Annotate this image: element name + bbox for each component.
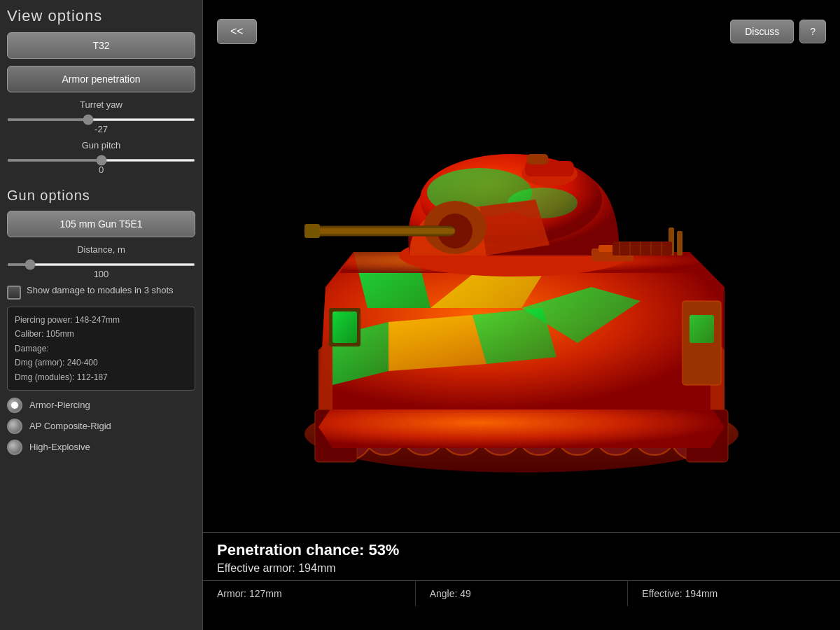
svg-rect-33 bbox=[612, 241, 672, 255]
tank-button[interactable]: T32 bbox=[7, 32, 195, 59]
distance-slider[interactable] bbox=[7, 263, 195, 266]
gun-select-button[interactable]: 105 mm Gun T5E1 bbox=[7, 211, 195, 237]
show-damage-checkbox-item[interactable]: Show damage to modules in 3 shots bbox=[7, 285, 195, 300]
ammo-type-group: Armor-Piercing AP Composite-Rigid High-E… bbox=[7, 398, 195, 455]
effective-stat: Effective: 194mm bbox=[628, 581, 840, 606]
top-right-buttons: Discuss ? bbox=[730, 20, 826, 43]
gun-options-heading: Gun options bbox=[7, 188, 195, 204]
svg-rect-20 bbox=[304, 228, 455, 234]
ammo-ap-label: Armor-Piercing bbox=[29, 400, 90, 410]
ammo-ap[interactable]: Armor-Piercing bbox=[7, 398, 195, 413]
distance-value: 100 bbox=[7, 269, 195, 279]
angle-stat: Angle: 49 bbox=[416, 581, 629, 606]
gun-pitch-slider[interactable] bbox=[7, 159, 195, 162]
ammo-apcr-radio[interactable] bbox=[7, 419, 22, 434]
help-button[interactable]: ? bbox=[799, 20, 826, 43]
turret-yaw-label: Turret yaw bbox=[7, 99, 195, 110]
svg-rect-30 bbox=[332, 312, 357, 343]
caliber: Caliber: 105mm bbox=[15, 327, 188, 341]
dmg-modules: Dmg (modules): 112-187 bbox=[15, 370, 188, 384]
top-bar: << Discuss ? bbox=[203, 0, 840, 63]
stats-row: Armor: 127mm Angle: 49 Effective: 194mm bbox=[203, 580, 840, 606]
turret-yaw-value: -27 bbox=[7, 124, 195, 134]
effective-armor-summary: Effective armor: 194mm bbox=[217, 562, 826, 575]
svg-rect-24 bbox=[527, 154, 548, 164]
ammo-he-radio[interactable] bbox=[7, 440, 22, 455]
gun-pitch-label: Gun pitch bbox=[7, 140, 195, 150]
dmg-armor: Dmg (armor): 240-400 bbox=[15, 356, 188, 370]
svg-rect-28 bbox=[690, 315, 714, 343]
discuss-button[interactable]: Discuss bbox=[730, 20, 794, 43]
ammo-info-box: Piercing power: 148-247mm Caliber: 105mm… bbox=[7, 307, 195, 391]
main-area: << Discuss ? bbox=[203, 0, 840, 630]
ammo-he[interactable]: High-Explosive bbox=[7, 440, 195, 455]
bottom-info: Penetration chance: 53% Effective armor:… bbox=[203, 532, 840, 630]
left-panel: View options T32 Armor penetration Turre… bbox=[0, 0, 203, 630]
ammo-apcr[interactable]: AP Composite-Rigid bbox=[7, 419, 195, 434]
armor-stat: Armor: 127mm bbox=[203, 581, 416, 606]
tank-svg bbox=[276, 91, 766, 497]
ammo-ap-radio[interactable] bbox=[7, 398, 22, 413]
back-button[interactable]: << bbox=[217, 19, 257, 44]
penetration-summary: Penetration chance: 53% Effective armor:… bbox=[203, 533, 840, 580]
gun-pitch-value: 0 bbox=[7, 164, 195, 175]
armor-penetration-button[interactable]: Armor penetration bbox=[7, 66, 195, 92]
turret-yaw-slider[interactable] bbox=[7, 118, 195, 121]
show-damage-checkbox[interactable] bbox=[7, 286, 21, 300]
svg-rect-21 bbox=[304, 224, 320, 238]
piercing-power: Piercing power: 148-247mm bbox=[15, 313, 188, 327]
view-options-heading: View options bbox=[7, 7, 195, 25]
svg-rect-26 bbox=[677, 231, 682, 255]
show-damage-label: Show damage to modules in 3 shots bbox=[27, 285, 174, 295]
penetration-chance: Penetration chance: 53% bbox=[217, 541, 826, 559]
ammo-apcr-label: AP Composite-Rigid bbox=[29, 421, 111, 431]
damage-label: Damage: bbox=[15, 342, 188, 356]
distance-label: Distance, m bbox=[7, 244, 195, 255]
tank-view bbox=[203, 56, 840, 532]
ammo-he-label: High-Explosive bbox=[29, 442, 90, 452]
